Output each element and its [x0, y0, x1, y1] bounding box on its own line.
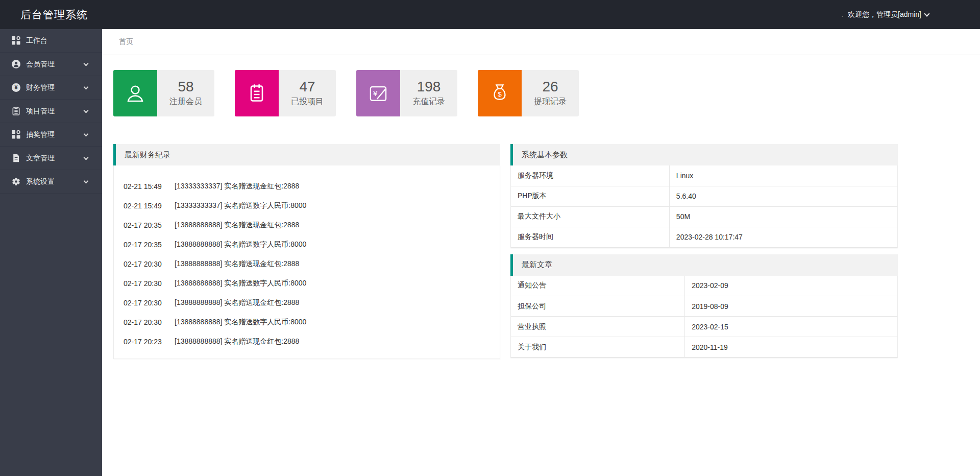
stat-card-recharge[interactable]: ¥ 198 充值记录 [356, 70, 457, 116]
stat-label: 提现记录 [534, 97, 567, 107]
record-time: 02-17 20:30 [124, 279, 175, 288]
stat-info: 198 充值记录 [400, 70, 457, 116]
sidebar-item-lottery[interactable]: 抽奖管理 [0, 123, 102, 147]
svg-text:¥: ¥ [14, 84, 17, 90]
table-row: 服务器时间 2023-02-28 10:17:47 [511, 227, 897, 247]
member-circle-icon [11, 60, 20, 69]
record-time: 02-17 20:30 [124, 299, 175, 307]
table-row: 最大文件大小 50M [511, 206, 897, 227]
chevron-down-icon [84, 108, 89, 113]
breadcrumb[interactable]: 首页 [119, 37, 133, 46]
sidebar-item-label: 会员管理 [26, 60, 55, 69]
record-time: 02-21 15:49 [124, 202, 175, 210]
chevron-down-icon [84, 61, 89, 66]
sidebar-item-members[interactable]: 会员管理 [0, 53, 102, 76]
sidebar-item-label: 项目管理 [26, 107, 55, 116]
stat-icon-box [113, 70, 157, 116]
record-text: [13333333337] 实名赠送数字人民币:8000 [175, 201, 306, 210]
finance-record: 02-17 20:30 [13888888888] 实名赠送数字人民币:8000 [124, 274, 489, 293]
finance-record: 02-17 20:30 [13888888888] 实名赠送现金红包:2888 [124, 254, 489, 274]
finance-record: 02-17 20:35 [13888888888] 实名赠送现金红包:2888 [124, 216, 489, 235]
panel-header: 最新财务纪录 [113, 144, 500, 165]
sidebar: 工作台 会员管理 ¥ 财务管理 [0, 29, 102, 476]
main-area: 首页 58 注册会员 [102, 29, 980, 476]
record-text: [13888888888] 实名赠送数字人民币:8000 [175, 279, 306, 288]
system-params-table-wrap: 服务器环境 Linux PHP版本 5.6.40 最大文件大小 50M [510, 165, 898, 248]
chevron-down-icon [84, 178, 89, 183]
param-label: PHP版本 [511, 186, 669, 206]
stat-info: 26 提现记录 [522, 70, 579, 116]
sidebar-item-workbench[interactable]: 工作台 [0, 29, 102, 53]
table-row: 营业执照 2023-02-15 [511, 317, 897, 337]
stat-icon-box: $ [478, 70, 522, 116]
user-menu[interactable]: . 欢迎您，管理员[admin] [841, 10, 980, 19]
user-icon [124, 82, 147, 105]
welcome-prefix-dot: . [841, 11, 843, 18]
record-time: 02-17 20:30 [124, 318, 175, 326]
article-date: 2020-11-19 [685, 337, 897, 358]
record-time: 02-21 15:49 [124, 182, 175, 191]
article-date: 2019-08-09 [685, 296, 897, 317]
panel-header: 系统基本参数 [510, 144, 898, 165]
finance-records-panel: 最新财务纪录 02-21 15:49 [13333333337] 实名赠送现金红… [113, 144, 500, 359]
table-row: PHP版本 5.6.40 [511, 186, 897, 206]
stat-value: 58 [178, 79, 193, 95]
chevron-down-icon [84, 131, 89, 136]
system-params-panel: 系统基本参数 服务器环境 Linux PHP版本 5.6.40 [510, 144, 898, 248]
svg-text:$: $ [498, 90, 502, 98]
system-params-table: 服务器环境 Linux PHP版本 5.6.40 最大文件大小 50M [511, 165, 897, 248]
record-time: 02-17 20:35 [124, 221, 175, 229]
recharge-icon: ¥ [366, 82, 390, 105]
finance-record: 02-17 20:23 [13888888888] 实名赠送现金红包:2888 [124, 332, 489, 351]
stat-label: 已投项目 [291, 97, 324, 107]
param-value: 2023-02-28 10:17:47 [669, 227, 897, 247]
table-row: 担保公司 2019-08-09 [511, 296, 897, 317]
table-row: 关于我们 2020-11-19 [511, 337, 897, 358]
stat-card-members[interactable]: 58 注册会员 [113, 70, 214, 116]
record-text: [13888888888] 实名赠送现金红包:2888 [175, 298, 299, 307]
param-label: 最大文件大小 [511, 206, 669, 227]
sidebar-item-label: 工作台 [26, 36, 47, 45]
panel-title: 最新文章 [522, 260, 552, 270]
finance-record: 02-21 15:49 [13333333337] 实名赠送现金红包:2888 [124, 177, 489, 196]
param-value: 50M [669, 206, 897, 227]
latest-articles-panel: 最新文章 通知公告 2023-02-09 担保公司 2019-08-09 [510, 254, 898, 359]
grid-icon [11, 130, 20, 139]
table-row: 服务器环境 Linux [511, 165, 897, 186]
stat-label: 充值记录 [412, 97, 445, 107]
record-text: [13333333337] 实名赠送现金红包:2888 [175, 182, 299, 191]
sidebar-item-finance[interactable]: ¥ 财务管理 [0, 76, 102, 100]
sidebar-item-projects[interactable]: 项目管理 [0, 100, 102, 123]
param-label: 服务器环境 [511, 165, 669, 186]
panel-title: 最新财务纪录 [125, 150, 170, 160]
sidebar-item-articles[interactable]: 文章管理 [0, 147, 102, 170]
sidebar-item-label: 系统设置 [26, 177, 55, 186]
stat-card-withdraw[interactable]: $ 26 提现记录 [478, 70, 579, 116]
chevron-down-icon [84, 84, 89, 89]
finance-record: 02-17 20:35 [13888888888] 实名赠送数字人民币:8000 [124, 235, 489, 254]
memo-icon [246, 82, 268, 105]
param-value: 5.6.40 [669, 186, 897, 206]
article-title: 担保公司 [511, 296, 685, 317]
record-time: 02-17 20:30 [124, 260, 175, 268]
stat-card-projects[interactable]: 47 已投项目 [235, 70, 336, 116]
article-date: 2023-02-09 [685, 276, 897, 296]
param-label: 服务器时间 [511, 227, 669, 247]
stat-info: 47 已投项目 [279, 70, 336, 116]
article-title: 关于我们 [511, 337, 685, 358]
record-text: [13888888888] 实名赠送数字人民币:8000 [175, 318, 306, 327]
stat-value: 47 [299, 79, 315, 95]
chevron-down-icon [84, 155, 89, 160]
article-title: 营业执照 [511, 317, 685, 337]
stat-value: 26 [542, 79, 558, 95]
record-text: [13888888888] 实名赠送现金红包:2888 [175, 259, 299, 269]
stats-row: 58 注册会员 [113, 70, 980, 116]
dashboard-content: 58 注册会员 [102, 55, 980, 359]
stat-label: 注册会员 [169, 97, 202, 107]
gear-icon [11, 177, 20, 186]
record-text: [13888888888] 实名赠送数字人民币:8000 [175, 240, 306, 249]
sidebar-item-settings[interactable]: 系统设置 [0, 170, 102, 194]
finance-record: 02-17 20:30 [13888888888] 实名赠送现金红包:2888 [124, 293, 489, 313]
record-text: [13888888888] 实名赠送现金红包:2888 [175, 221, 299, 230]
document-icon [11, 154, 20, 163]
